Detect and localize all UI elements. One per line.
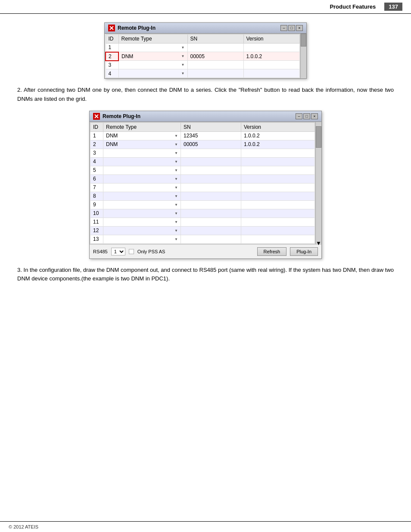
cell-version	[241, 218, 315, 226]
dialog2-grid-area: ID Remote Type SN Version 1DNM▼123451.0.…	[90, 122, 321, 244]
cell-id: 3	[90, 149, 103, 157]
page-header: Product Features 137	[0, 0, 411, 14]
dialog2-scrollbar-down[interactable]: ▼	[316, 240, 321, 244]
dialog1-grid: ID Remote Type SN Version 1▼2DNM▼000051.…	[105, 34, 300, 78]
table-row: 2DNM▼000051.0.0.2	[106, 52, 300, 61]
table-row: 7▼	[90, 183, 315, 192]
dialog1-grid-content: ID Remote Type SN Version 1▼2DNM▼000051.…	[105, 34, 300, 78]
dialog1-col-version: Version	[243, 34, 300, 44]
only-pss-label: Only PSS AS	[137, 249, 165, 254]
cell-type: DNM▼	[103, 140, 181, 149]
only-pss-checkbox[interactable]	[129, 249, 134, 254]
cell-version	[243, 61, 300, 69]
dialog1-scrollbar[interactable]	[300, 34, 306, 78]
dialog1-minimize[interactable]: –	[280, 25, 287, 31]
dialog1-col-type: Remote Type	[118, 34, 187, 44]
cell-sn	[181, 149, 241, 157]
cell-id: 3	[106, 61, 118, 69]
cell-version	[241, 166, 315, 174]
cell-id: 6	[90, 174, 103, 183]
dialog2-col-sn: SN	[181, 122, 241, 131]
dialog2-titlebar: Remote Plug-In – □ ×	[90, 111, 321, 122]
cell-sn	[181, 174, 241, 183]
cell-type: DNM▼	[118, 52, 187, 61]
dialog1-controls[interactable]: – □ ×	[280, 25, 303, 31]
plugin-button[interactable]: Plug-In	[290, 247, 318, 256]
rs485-select[interactable]: 1	[111, 248, 125, 255]
cell-version: 1.0.0.2	[243, 52, 300, 61]
cell-sn	[181, 166, 241, 174]
cell-version	[243, 44, 300, 52]
dialog2-maximize[interactable]: □	[303, 113, 310, 119]
cell-id: 1	[106, 44, 118, 52]
table-row: 1▼	[106, 44, 300, 52]
cell-id: 8	[90, 192, 103, 200]
dialog2-scrollbar[interactable]: ▼	[315, 122, 321, 244]
table-row: 8▼	[90, 192, 315, 200]
section2-number: 2.	[17, 87, 24, 93]
cell-id: 2	[90, 140, 103, 149]
refresh-button[interactable]: Refresh	[257, 247, 287, 256]
cell-type: ▼	[103, 149, 181, 157]
cell-type: ▼	[118, 61, 187, 69]
cell-sn: 00005	[187, 52, 243, 61]
table-row: 11▼	[90, 218, 315, 226]
table-row: 3▼	[90, 149, 315, 157]
cell-type: ▼	[118, 44, 187, 52]
cell-sn	[187, 69, 243, 78]
cell-sn	[187, 44, 243, 52]
section3-text: In the configuration file, draw the DNM …	[17, 267, 394, 282]
dialog2-scrollbar-up[interactable]	[316, 122, 321, 126]
header-title: Product Features	[330, 3, 376, 10]
dialog2-footer: RS485 1 Only PSS AS Refresh Plug-In	[90, 244, 321, 258]
cell-type: ▼	[103, 200, 181, 209]
cell-type: ▼	[103, 218, 181, 226]
cell-sn	[181, 218, 241, 226]
cell-id: 5	[90, 166, 103, 174]
dialog1-icon	[108, 25, 115, 31]
dialog2-table: ID Remote Type SN Version 1DNM▼123451.0.…	[90, 122, 315, 244]
cell-type: DNM▼	[103, 131, 181, 140]
dialog1-title-left: Remote Plug-In	[108, 25, 156, 31]
dialog2-icon	[93, 113, 100, 120]
cell-type: ▼	[103, 183, 181, 192]
table-row: 2DNM▼000051.0.0.2	[90, 140, 315, 149]
dialog1-col-sn: SN	[187, 34, 243, 44]
cell-sn	[187, 61, 243, 69]
cell-version	[241, 174, 315, 183]
cell-version	[241, 149, 315, 157]
page-number: 137	[384, 3, 402, 11]
cell-id: 7	[90, 183, 103, 192]
dialog2: Remote Plug-In – □ × ID Remo	[89, 111, 322, 259]
cell-id: 4	[90, 157, 103, 166]
cell-version	[241, 209, 315, 218]
dialog1: Remote Plug-In – □ × ID Remo	[104, 22, 307, 79]
table-row: 4▼	[90, 157, 315, 166]
page-footer: © 2012 ATEIS	[0, 521, 411, 532]
dialog1-col-id: ID	[106, 34, 118, 44]
cell-sn	[181, 192, 241, 200]
dialog1-wrapper: Remote Plug-In – □ × ID Remo	[17, 22, 394, 79]
cell-id: 13	[90, 235, 103, 243]
cell-sn	[181, 200, 241, 209]
dialog2-minimize[interactable]: –	[296, 113, 302, 119]
cell-type: ▼	[103, 192, 181, 200]
dialog1-title: Remote Plug-In	[118, 25, 156, 31]
cell-id: 2	[106, 52, 118, 61]
dialog1-scrollbar-thumb[interactable]	[301, 34, 306, 47]
dialog1-header-row: ID Remote Type SN Version	[106, 34, 300, 44]
cell-type: ▼	[103, 174, 181, 183]
table-row: 10▼	[90, 209, 315, 218]
dialog1-titlebar: Remote Plug-In – □ ×	[105, 23, 306, 34]
cell-sn: 12345	[181, 131, 241, 140]
cell-sn	[181, 226, 241, 235]
table-row: 9▼	[90, 200, 315, 209]
dialog2-close[interactable]: ×	[311, 113, 318, 119]
dialog1-maximize[interactable]: □	[288, 25, 295, 31]
dialog1-close[interactable]: ×	[296, 25, 303, 31]
cell-sn	[181, 183, 241, 192]
dialog2-grid: ID Remote Type SN Version 1DNM▼123451.0.…	[90, 122, 315, 244]
dialog2-scrollbar-thumb[interactable]	[316, 126, 321, 148]
table-row: 4▼	[106, 69, 300, 78]
dialog2-controls[interactable]: – □ ×	[296, 113, 318, 119]
